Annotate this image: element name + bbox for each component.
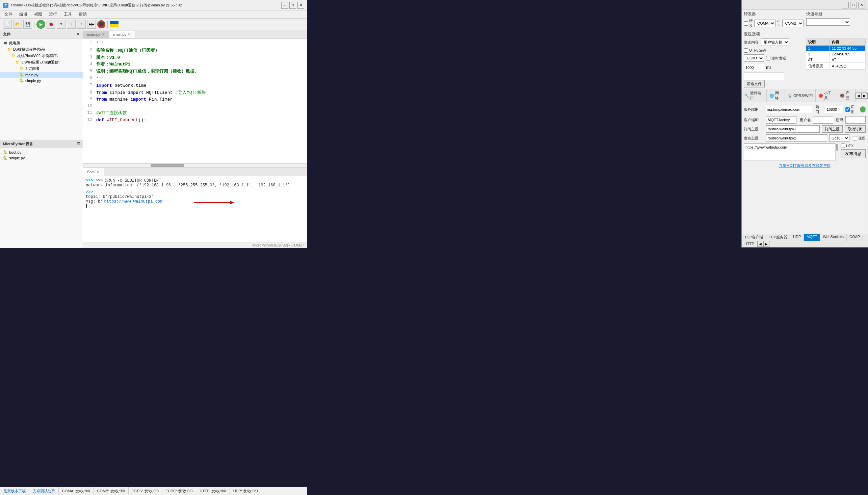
shell-tab[interactable]: Shell ✕ (83, 168, 104, 175)
tab-bar: main.py ✕ main.py ✕ (83, 30, 307, 39)
toolbar: 📄 📂 💾 ▶ 🐞 ↷ ↓ ↑ ▶▶ ⬛ (0, 19, 307, 30)
svg-marker-1 (230, 201, 234, 204)
tab-mainpy-1-close[interactable]: ✕ (102, 32, 105, 37)
code-line-7: 7 import network,time (83, 82, 307, 89)
shell-prompt-1: >>> (86, 178, 96, 183)
thonny-icon: T (3, 3, 8, 8)
stop-button[interactable]: ⬛ (97, 20, 105, 28)
close-button[interactable]: ✕ (297, 2, 304, 9)
save-file-button[interactable]: 💾 (23, 20, 32, 29)
shell-output-1: network information: ('192.168.1.96', '2… (86, 183, 290, 188)
editor-area: main.py ✕ main.py ✕ 1 ''' (83, 30, 307, 248)
code-line-10: 10 (83, 103, 307, 110)
tree-item-mainpy[interactable]: 🐍 main.py (0, 72, 83, 78)
line-content-6: ''' (95, 75, 307, 82)
step-out-button[interactable]: ↑ (77, 20, 86, 29)
tree-item-subscriber[interactable]: 📁 2.订阅者 (0, 66, 83, 72)
shell-output-2: topic: b'/public/walnutpi/2' (86, 194, 154, 199)
line-content-4: 作者：WalnutPi (95, 61, 307, 68)
debug-button[interactable]: 🐞 (47, 20, 55, 29)
folder-icon-3: 📁 (15, 60, 20, 65)
code-editor[interactable]: 1 ''' 2 实验名称：MQTT通信（订阅者） 3 版本：v1.0 (83, 39, 307, 167)
tree-item-computer[interactable]: 💻 此电脑 (0, 40, 83, 46)
shell-area: Shell ✕ >>> >>> %Run -c $EDITOR_CONTENT … (83, 167, 307, 248)
code-line-11: 11 #WIFI连接函数 (83, 110, 307, 117)
line-content-12: def WIFI_Connect(): (95, 117, 307, 124)
shell-status: MicroPython (ESP32) • COM27 (83, 242, 307, 248)
menu-edit[interactable]: 编辑 (18, 11, 29, 18)
shell-tab-label: Shell (87, 170, 95, 174)
tree-item-wifi-label: 3.WIFI应用\3.mqtt通信\ (21, 60, 59, 65)
shell-tab-bar: Shell ✕ (83, 168, 307, 176)
title-bar-left: T Thonny - D:\核桃派程序代码\核桃PicoW\02-示例程序\3.… (3, 3, 182, 8)
scrollbar-thumb[interactable] (151, 164, 184, 167)
device-menu-icon[interactable]: ☰ (76, 142, 80, 146)
line-num-1: 1 (83, 40, 95, 47)
thonny-window: T Thonny - D:\核桃派程序代码\核桃PicoW\02-示例程序\3.… (0, 0, 307, 248)
line-num-4: 4 (83, 61, 95, 68)
tree-item-picow[interactable]: 📁 核桃PicoW\02-示例程序\ (0, 53, 83, 59)
device-python-icon-1: 🐍 (3, 150, 8, 155)
flag-blue (110, 21, 119, 24)
menu-file[interactable]: 文件 (3, 11, 14, 18)
step-over-button[interactable]: ↷ (57, 20, 66, 29)
shell-line-4: topic: b'/public/walnutpi/2' (86, 194, 304, 199)
tab-mainpy-1-label: main.py (87, 32, 100, 36)
ukraine-flag (110, 21, 119, 27)
shell-link[interactable]: https://www.walnutpi.com (104, 199, 162, 204)
shell-content[interactable]: >>> >>> %Run -c $EDITOR_CONTENT network … (83, 176, 307, 242)
horizontal-scrollbar[interactable] (83, 164, 307, 167)
line-content-7: import network,time (95, 82, 307, 89)
device-label: MicroPython设备 (3, 141, 33, 147)
tab-mainpy-2[interactable]: main.py ✕ (109, 31, 136, 38)
line-content-1: ''' (95, 40, 307, 47)
file-panel-close[interactable]: ✕ (76, 31, 80, 37)
line-num-11: 11 (83, 110, 95, 116)
tree-item-computer-label: 此电脑 (9, 40, 20, 46)
open-file-button[interactable]: 📂 (13, 20, 22, 29)
red-arrow-icon (194, 200, 234, 205)
code-content[interactable]: 1 ''' 2 实验名称：MQTT通信（订阅者） 3 版本：v1.0 (83, 39, 307, 164)
tab-mainpy-1[interactable]: main.py ✕ (83, 31, 109, 38)
line-num-12: 12 (83, 117, 95, 123)
device-tree-item-boot-label: boot.py (9, 150, 21, 154)
minimize-button[interactable]: ─ (281, 2, 288, 9)
device-tree-item-simple[interactable]: 🐍 simple.py (0, 155, 83, 161)
code-line-1: 1 ''' (83, 40, 307, 47)
file-panel-header: 文件 ✕ (0, 30, 83, 38)
shell-tab-close[interactable]: ✕ (97, 170, 100, 174)
menu-tools[interactable]: 工具 (63, 11, 73, 18)
tree-item-wifi[interactable]: 📁 3.WIFI应用\3.mqtt通信\ (0, 59, 83, 66)
code-line-6: 6 ''' (83, 75, 307, 82)
maximize-button[interactable]: □ (289, 2, 296, 9)
line-num-2: 2 (83, 47, 95, 54)
file-tree: 💻 此电脑 📁 D:\核桃派程序代码\ 📁 核桃PicoW\02-示例程序\ 📁… (0, 38, 83, 138)
run-button[interactable]: ▶ (36, 20, 45, 29)
python-icon-2: 🐍 (19, 78, 24, 83)
tree-item-picow-label: 核桃PicoW\02-示例程序\ (17, 53, 58, 58)
line-num-6: 6 (83, 75, 95, 82)
device-file-tree: 🐍 boot.py 🐍 simple.py (0, 148, 83, 248)
resume-button[interactable]: ▶▶ (87, 20, 96, 29)
menu-view[interactable]: 视图 (33, 11, 44, 18)
menu-run[interactable]: 运行 (48, 11, 58, 18)
shell-prompt-2: >>> (86, 190, 93, 194)
tree-item-simplepy[interactable]: 🐍 simple.py (0, 78, 83, 83)
code-line-4: 4 作者：WalnutPi (83, 61, 307, 68)
line-num-8: 8 (83, 89, 95, 96)
tree-item-d-drive[interactable]: 📁 D:\核桃派程序代码\ (0, 46, 83, 53)
toolbar-sep-2 (107, 21, 108, 28)
line-num-3: 3 (83, 54, 95, 61)
folder-icon-2: 📁 (11, 54, 16, 58)
tab-mainpy-2-label: main.py (114, 32, 127, 36)
device-tree-item-boot[interactable]: 🐍 boot.py (0, 150, 83, 155)
menu-help[interactable]: 帮助 (77, 11, 88, 18)
title-bar-controls: ─ □ ✕ (281, 2, 304, 9)
code-line-3: 3 版本：v1.0 (83, 54, 307, 62)
shell-line-5: msg: b'https://www.walnutpi.com' (86, 199, 304, 204)
tab-mainpy-2-close[interactable]: ✕ (128, 32, 131, 37)
new-file-button[interactable]: 📄 (3, 20, 12, 29)
step-into-button[interactable]: ↓ (67, 20, 76, 29)
line-num-7: 7 (83, 82, 95, 89)
device-tree-item-simple-label: simple.py (9, 156, 25, 160)
